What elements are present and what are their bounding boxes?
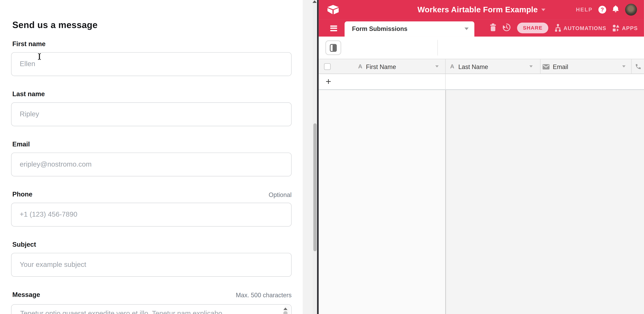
text-cursor-icon [37, 53, 42, 62]
message-placeholder-text: Tenetur optio quaerat expedite vero et i… [20, 309, 279, 314]
form-pane-gutter [303, 0, 312, 314]
form-title: Send us a message [12, 20, 98, 31]
scroll-up-icon[interactable] [284, 307, 288, 310]
first-name-label: First name [12, 40, 46, 48]
column-chevron-down-icon[interactable] [622, 66, 626, 68]
window-divider[interactable] [317, 0, 319, 314]
grid-empty-area [319, 90, 445, 314]
text-field-type-icon: A [358, 63, 362, 70]
tab-form-submissions[interactable]: Form Submissions [344, 21, 474, 37]
trash-icon[interactable] [490, 23, 496, 33]
base-title[interactable]: Workers Airtable Form Example [418, 5, 538, 14]
add-row-plus-icon[interactable]: + [326, 76, 331, 87]
share-button[interactable]: SHARE [517, 23, 548, 33]
column-header-first-name[interactable]: First Name [366, 63, 396, 70]
column-chevron-down-icon[interactable] [435, 66, 438, 68]
add-row[interactable]: + [319, 74, 644, 90]
column-divider[interactable] [540, 59, 540, 74]
contact-form-panel: Send us a message First name Last name E… [0, 0, 310, 314]
toolbar-divider [437, 40, 438, 55]
base-title-chevron-down-icon[interactable] [541, 8, 545, 11]
help-question-icon[interactable]: ? [598, 6, 606, 14]
last-name-input[interactable] [11, 102, 292, 126]
last-name-label: Last name [12, 90, 45, 98]
table-tab-label: Form Submissions [352, 25, 408, 32]
message-label: Message [12, 291, 40, 298]
email-label: Email [12, 141, 30, 148]
phone-optional-note: Optional [268, 191, 292, 198]
email-input[interactable] [11, 153, 292, 176]
apps-button[interactable]: APPS [612, 24, 638, 32]
history-icon[interactable] [502, 23, 511, 33]
page-scrollbar-thumb[interactable] [313, 123, 316, 251]
column-header-email[interactable]: Email [553, 63, 568, 70]
message-textarea[interactable]: Tenetur optio quaerat expedite vero et i… [11, 304, 292, 314]
phone-input[interactable] [11, 203, 292, 227]
subject-label: Subject [12, 241, 36, 248]
column-divider[interactable] [445, 59, 446, 74]
text-field-type-icon: A [450, 63, 454, 70]
table-tabbar: Form Submissions SHARE [319, 19, 644, 37]
message-maxlength-note: Max. 500 characters [236, 291, 292, 298]
column-header-last-name[interactable]: Last Name [458, 63, 488, 70]
grid-empty-area [446, 90, 644, 314]
message-scrollbar-thumb[interactable] [284, 311, 288, 314]
help-button[interactable]: HELP [576, 7, 593, 13]
sidebar-panel-icon [330, 44, 337, 52]
user-avatar[interactable] [625, 4, 637, 16]
tables-menu-icon[interactable] [330, 26, 337, 32]
page-scrollbar[interactable] [312, 0, 317, 314]
views-sidebar-toggle-button[interactable] [325, 40, 341, 55]
column-chevron-down-icon[interactable] [529, 66, 532, 68]
subject-input[interactable] [11, 253, 292, 277]
automations-button[interactable]: AUTOMATIONS [554, 24, 606, 32]
phone-field-type-icon [635, 63, 642, 72]
email-field-type-icon [542, 64, 550, 71]
grid-line [445, 74, 446, 89]
view-toolbar: Grid view ••• [319, 37, 644, 59]
topbar-actions: HELP ? [576, 0, 637, 19]
table-chevron-down-icon[interactable] [464, 28, 468, 30]
scrollbar-up-arrow-icon[interactable] [312, 0, 317, 3]
select-all-checkbox[interactable] [324, 63, 331, 70]
phone-label: Phone [12, 191, 32, 198]
first-name-input[interactable] [11, 52, 292, 76]
airtable-panel: Workers Airtable Form Example HELP ? For… [319, 0, 644, 314]
column-divider[interactable] [631, 59, 632, 74]
automations-icon [554, 24, 562, 32]
tabbar-actions: SHARE AUTOMATIONS APPS [490, 19, 638, 37]
grid-column-headers: A First Name A Last Name Email Phone [319, 59, 644, 74]
screen: Send us a message First name Last name E… [0, 0, 644, 314]
message-scrollbar[interactable] [285, 305, 290, 314]
airtable-topbar: Workers Airtable Form Example HELP ? [319, 0, 644, 19]
apps-icon [612, 24, 620, 32]
notifications-bell-icon[interactable] [612, 5, 619, 14]
